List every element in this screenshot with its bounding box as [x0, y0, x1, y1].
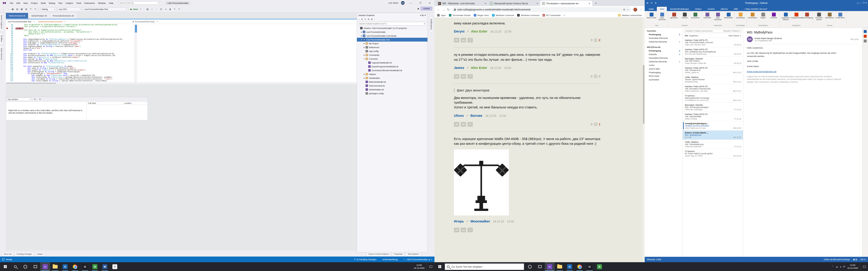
code-line[interactable]: 96 Dim wrgFeatureName As String = featur… — [6, 46, 357, 47]
mail-list-item[interactable]: Hofer, MartinaTermin: Sprint ReviewEinla… — [683, 75, 743, 84]
toolbar-icon-6[interactable]: ↶ — [29, 7, 33, 11]
browser-tab[interactable]: EПоговорим о сверхшироких мо✕ — [540, 1, 592, 6]
breakpoint-margin[interactable] — [6, 67, 8, 69]
tab-close-icon[interactable]: ✕ — [485, 2, 487, 5]
ribbon-button[interactable]: Neue E-Mail — [647, 12, 656, 19]
report-button[interactable]: ! — [467, 74, 473, 79]
bookmark-0[interactable]: ⋮⋮Apps — [437, 14, 446, 16]
outlook-titlebar[interactable]: ✉↶↻ Posteingang - Outlook ▭—❐✕ — [645, 0, 868, 6]
quote-button[interactable]: «» — [461, 74, 466, 79]
tree-item[interactable]: TestCommand.vb — [357, 84, 428, 88]
location-column-header[interactable]: Location — [123, 102, 148, 105]
tree-expander[interactable]: ▶ — [361, 31, 363, 33]
editor-horizontal-scrollbar[interactable] — [6, 82, 357, 84]
menu-analyze[interactable]: Analyze — [64, 1, 74, 5]
toolbar-icon-4[interactable]: ▦ — [20, 7, 24, 11]
code-line[interactable]: 115 Dim resourceName As String = captsgr… — [6, 80, 357, 82]
reply-button[interactable]: ↩ — [454, 122, 459, 127]
tree-item[interactable]: ▶ViewModels — [357, 76, 428, 80]
toolbar-icon-r5[interactable]: ▮ — [168, 7, 172, 11]
code-line[interactable]: 102 Dim dummy As TxObjectList = selObjec… — [6, 57, 357, 58]
tree-expander[interactable]: ▶ — [363, 46, 365, 48]
reply-button[interactable]: ↩ — [454, 74, 459, 79]
taskbar-app-visual-studio[interactable]: ∞ — [40, 262, 50, 271]
taskbar-app-intellij[interactable]: IJ — [80, 262, 90, 271]
ribbon-button[interactable]: Ungelesen/ Gelesen — [781, 12, 791, 21]
comment-author[interactable]: Deryni — [454, 29, 465, 33]
breakpoint-margin[interactable] — [6, 31, 8, 33]
taskbar-app-chrome[interactable] — [575, 262, 585, 271]
tree-item[interactable]: ▶My Project — [357, 41, 428, 45]
comment-recipient[interactable]: Alex Exler — [471, 29, 488, 33]
notifications-tab[interactable]: Notifications — [430, 16, 433, 32]
start-button[interactable] — [0, 262, 10, 271]
mail-list-item[interactable]: Kantner, Peter (KPS-IT)WG: Stabilisierun… — [683, 47, 743, 57]
tray-icon-1[interactable]: ☁ — [836, 265, 838, 268]
autohide-tab-output[interactable]: Output — [35, 252, 45, 257]
taskbar-app-chrome[interactable] — [70, 262, 80, 271]
folder-item[interactable]: Suchordner — [645, 78, 682, 81]
breadcrumb-member[interactable]: ◈RunVariantFilterTest()▾ — [131, 21, 159, 23]
comment-author[interactable]: Jamez — [454, 66, 464, 70]
tab-close-icon[interactable]: ✕ — [537, 2, 538, 5]
breakpoint-margin[interactable] — [6, 55, 8, 57]
solution-explorer-toolbar[interactable]: ⌂⊕↻⊟⊞⫶ — [357, 17, 428, 21]
toolbar-icon-r4[interactable]: ⇥ — [164, 7, 167, 11]
code-line[interactable]: 97 Debug.Print("bla") — [6, 47, 357, 49]
mail-list-item[interactable]: Kantner, Peter (KPS-IT)AW: Teststand 42D… — [683, 66, 743, 75]
tree-expander[interactable]: ▼ — [361, 39, 363, 40]
code-line[interactable]: 89 ' Debug.Print("x") — [6, 33, 357, 35]
bookmarks-overflow-icon[interactable]: » — [564, 14, 565, 16]
start-debugging-button[interactable]: ▶Start▾ — [129, 8, 142, 10]
ribbon-button[interactable]: Adressbuch — [825, 12, 835, 19]
mail-search-input[interactable]: Aktuelles Postfach durchsuchen Aktuelles… — [684, 29, 742, 33]
tree-item[interactable]: ▼VBAse.ProcessSimulate.Test — [357, 38, 428, 41]
mail-list-item[interactable]: Hofer, MartinaAW: UrlaubsplanungAnbei di… — [683, 140, 743, 149]
menu-test[interactable]: Test — [57, 1, 64, 5]
tree-item[interactable]: ▶References — [357, 45, 428, 49]
tree-item[interactable]: MainViewModel.vb — [357, 80, 428, 84]
code-editor[interactable]: 84 'Dim wrightsForm As ITxPlanningObject… — [6, 24, 357, 82]
tray-icon-3[interactable]: ✉ — [843, 265, 845, 268]
autohide-tab-pending-changes[interactable]: Pending Changes — [14, 252, 34, 257]
comment-author[interactable]: Игорь — [454, 219, 464, 223]
ribbon-button[interactable]: Neue Elemente — [657, 12, 667, 21]
task-view-button[interactable] — [535, 262, 545, 271]
vs-admin-account[interactable]: ☻ ADMIN — [417, 7, 432, 10]
vote-icon[interactable] — [594, 123, 597, 126]
tree-item[interactable]: VariantHelper.vb — [357, 88, 428, 92]
bookmark-5[interactable]: ☻EF Commands — [542, 14, 560, 16]
toolbar-icon-5[interactable]: ▥ — [24, 7, 28, 11]
mail-list-item[interactable]: IT-ServiceIhr Ticket #48213 wurde gelöst… — [683, 149, 743, 158]
mail-list-item[interactable]: Extern: Kristin-Marie ...WG: MyBodyPassZ… — [683, 131, 743, 140]
solution-configuration-dropdown[interactable]: Debug▾ — [40, 7, 56, 11]
bookmark-1[interactable]: STecnomatix Develo — [449, 14, 471, 16]
forward-icon[interactable]: → — [442, 8, 445, 11]
menu-extensions[interactable]: Extensions — [83, 1, 96, 5]
breadcrumb-project[interactable]: Ase.ProcessSimulate.Test▾ — [6, 21, 36, 23]
vote-icon[interactable] — [594, 75, 597, 78]
ribbon-tab-sendenempfangen[interactable]: Senden/Empfangen — [667, 7, 692, 11]
breakpoint-margin[interactable] — [6, 78, 8, 80]
delete-icon[interactable]: ✕ — [38, 98, 42, 101]
breakpoint-margin[interactable] — [6, 57, 8, 58]
mail-list-item[interactable]: noreply@mybodypas...Vertipax account act… — [683, 121, 743, 131]
scope-dropdown[interactable]: Aktuelles Postfach ▾ — [723, 30, 740, 32]
user-avatar[interactable]: WS — [401, 1, 405, 5]
ribbon-tab-datei[interactable]: Datei — [646, 7, 656, 11]
tree-item[interactable]: ▶Commands — [357, 53, 428, 57]
breakpoint-icon[interactable] — [6, 28, 8, 29]
zoom-indicator-icon[interactable]: ⊕ — [623, 8, 625, 11]
menu-project[interactable]: Project — [29, 1, 39, 5]
folder-item[interactable]: Gelöschte Elemente1 — [645, 40, 682, 43]
folder-item[interactable]: Posteingang2 — [645, 49, 682, 53]
breakpoint-margin[interactable] — [6, 53, 8, 55]
bookmark-3[interactable]: ⊞Windows Communi — [492, 14, 514, 16]
tree-item[interactable]: Solution 'ASE.ProcessSimulate' (3 of 3 p… — [357, 26, 428, 30]
tree-item[interactable]: App.config — [357, 49, 428, 53]
window-button-3[interactable]: ✕ — [865, 2, 867, 4]
page-scrollbar[interactable] — [643, 18, 645, 262]
breakpoint-margin[interactable] — [6, 64, 8, 66]
folder-item[interactable]: Entwürfe3 — [645, 53, 682, 56]
code-line[interactable]: 90 'Next — [6, 35, 357, 37]
